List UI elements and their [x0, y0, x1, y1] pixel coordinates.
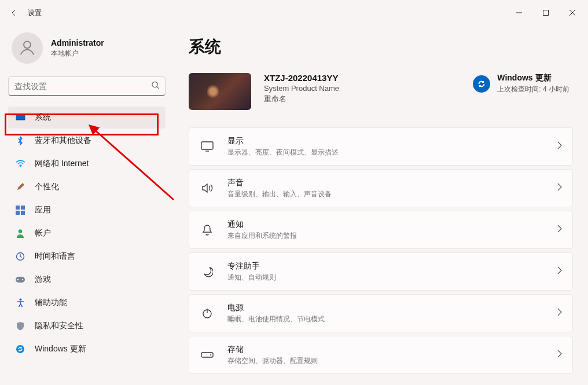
svg-rect-7 — [21, 206, 25, 210]
sidebar-item-time-language[interactable]: 时间和语言 — [8, 245, 166, 267]
svg-point-5 — [20, 166, 21, 167]
search-input[interactable] — [8, 76, 166, 96]
svg-rect-4 — [16, 119, 25, 120]
system-product-name: System Product Name — [264, 84, 339, 93]
card-title: 声音 — [227, 178, 332, 188]
card-notifications[interactable]: 通知 来自应用和系统的警报 — [189, 211, 573, 249]
apps-icon — [15, 205, 25, 215]
minimize-button[interactable] — [506, 3, 532, 22]
avatar — [12, 32, 43, 64]
card-title: 电源 — [227, 303, 325, 313]
svg-point-2 — [152, 82, 157, 87]
svg-rect-9 — [21, 211, 25, 215]
svg-rect-0 — [543, 10, 549, 16]
windows-update-shortcut[interactable]: Windows 更新 上次检查时间: 4 小时前 — [473, 73, 573, 94]
svg-point-16 — [16, 345, 24, 353]
sidebar-item-label: 时间和语言 — [35, 251, 75, 262]
sidebar-item-privacy[interactable]: 隐私和安全性 — [8, 315, 166, 337]
display-icon — [200, 141, 215, 152]
update-icon — [15, 344, 25, 354]
bell-icon — [200, 224, 215, 236]
card-subtitle: 显示器、亮度、夜间模式、显示描述 — [227, 148, 339, 157]
account-name: Administrator — [51, 38, 104, 47]
sidebar-item-gaming[interactable]: 游戏 — [8, 269, 166, 291]
sidebar-item-accessibility[interactable]: 辅助功能 — [8, 292, 166, 314]
storage-icon — [200, 351, 215, 359]
svg-point-15 — [19, 299, 21, 301]
chevron-right-icon — [557, 266, 562, 277]
sidebar-item-label: 辅助功能 — [35, 298, 67, 308]
chevron-right-icon — [557, 308, 562, 318]
card-storage[interactable]: 存储 存储空间、驱动器、配置规则 — [189, 336, 573, 374]
clock-globe-icon — [15, 251, 25, 262]
card-subtitle: 睡眠、电池使用情况、节电模式 — [227, 314, 325, 324]
moon-icon — [200, 266, 215, 277]
power-icon — [200, 307, 215, 319]
sidebar-item-label: 应用 — [35, 205, 51, 215]
card-title: 专注助手 — [227, 261, 276, 272]
sidebar-item-accounts[interactable]: 帐户 — [8, 222, 166, 244]
search-box[interactable] — [8, 76, 166, 96]
sidebar-item-label: 个性化 — [35, 182, 59, 192]
chevron-right-icon — [557, 225, 562, 235]
sidebar-item-apps[interactable]: 应用 — [8, 199, 166, 221]
svg-point-14 — [22, 279, 23, 280]
sidebar-item-label: 帐户 — [35, 228, 51, 239]
svg-point-10 — [19, 229, 22, 233]
sidebar-item-system[interactable]: 系统 — [8, 107, 166, 129]
svg-point-20 — [210, 354, 211, 355]
desktop-thumbnail[interactable] — [189, 73, 251, 110]
sidebar-item-label: 蓝牙和其他设备 — [35, 135, 91, 146]
sidebar-item-label: 系统 — [35, 112, 51, 123]
system-icon — [15, 112, 25, 123]
card-display[interactable]: 显示 显示器、亮度、夜间模式、显示描述 — [189, 127, 573, 166]
sidebar-item-label: Windows 更新 — [35, 344, 86, 354]
close-button[interactable] — [559, 3, 586, 22]
sidebar-item-label: 网络和 Internet — [35, 159, 89, 169]
chevron-right-icon — [557, 183, 562, 193]
bluetooth-icon — [15, 135, 25, 146]
chevron-right-icon — [557, 350, 562, 360]
sidebar-item-personalization[interactable]: 个性化 — [8, 176, 166, 198]
accessibility-icon — [15, 298, 25, 308]
sidebar-nav: 系统 蓝牙和其他设备 网络和 Internet 个性化 应用 帐户 — [8, 107, 166, 360]
card-subtitle: 通知、自动规则 — [227, 273, 276, 283]
svg-point-13 — [17, 279, 19, 280]
back-button[interactable] — [2, 1, 25, 24]
card-title: 存储 — [227, 344, 318, 355]
sidebar-item-network[interactable]: 网络和 Internet — [8, 153, 166, 175]
page-title: 系统 — [189, 36, 573, 58]
chevron-right-icon — [557, 141, 562, 152]
svg-rect-17 — [201, 142, 213, 149]
card-title: 显示 — [227, 136, 339, 146]
account-block[interactable]: Administrator 本地帐户 — [8, 25, 166, 76]
card-sound[interactable]: 声音 音量级别、输出、输入、声音设备 — [189, 169, 573, 207]
update-subtitle: 上次检查时间: 4 小时前 — [497, 85, 569, 94]
sidebar-item-windows-update[interactable]: Windows 更新 — [8, 338, 166, 360]
card-power[interactable]: 电源 睡眠、电池使用情况、节电模式 — [189, 294, 573, 332]
brush-icon — [15, 182, 25, 192]
svg-point-1 — [24, 41, 31, 48]
update-sync-icon — [473, 75, 490, 93]
maximize-button[interactable] — [532, 3, 559, 22]
device-name: XTZJ-20220413YY — [264, 73, 339, 83]
svg-rect-8 — [16, 211, 20, 215]
wifi-icon — [15, 159, 25, 169]
search-icon — [151, 81, 160, 92]
shield-icon — [15, 321, 25, 331]
window-title: 设置 — [28, 8, 42, 18]
svg-rect-12 — [16, 277, 25, 283]
card-focus-assist[interactable]: 专注助手 通知、自动规则 — [189, 252, 573, 291]
card-subtitle: 存储空间、驱动器、配置规则 — [227, 356, 318, 366]
sound-icon — [200, 183, 215, 193]
card-subtitle: 来自应用和系统的警报 — [227, 231, 297, 241]
gamepad-icon — [15, 274, 25, 285]
account-subtitle: 本地帐户 — [51, 49, 104, 58]
svg-rect-6 — [16, 206, 20, 210]
rename-link[interactable]: 重命名 — [264, 94, 339, 104]
sidebar-item-label: 隐私和安全性 — [35, 321, 83, 331]
update-title: Windows 更新 — [497, 73, 569, 83]
card-title: 通知 — [227, 219, 297, 230]
sidebar-item-bluetooth[interactable]: 蓝牙和其他设备 — [8, 130, 166, 152]
sidebar-item-label: 游戏 — [35, 274, 51, 285]
